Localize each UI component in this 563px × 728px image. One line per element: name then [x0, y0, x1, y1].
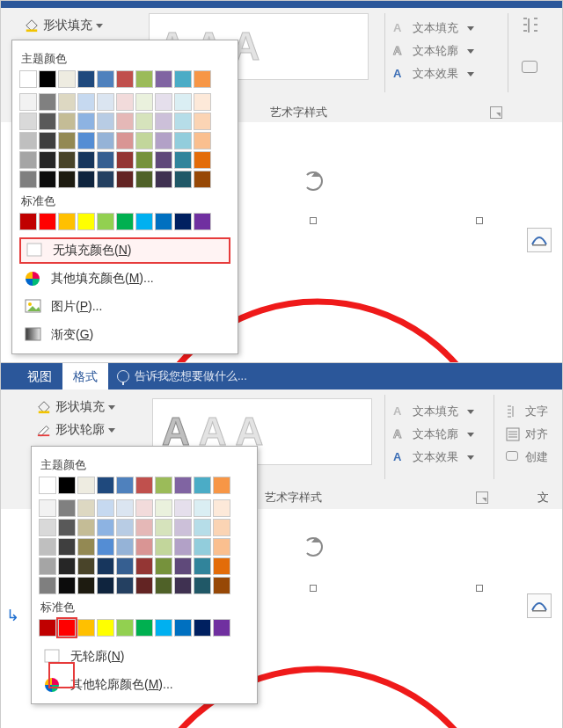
color-swatch[interactable]	[135, 70, 153, 88]
color-swatch[interactable]	[97, 171, 114, 188]
color-swatch[interactable]	[194, 538, 211, 556]
color-swatch[interactable]	[116, 93, 134, 111]
color-swatch[interactable]	[58, 151, 76, 169]
color-swatch[interactable]	[194, 132, 211, 149]
color-swatch[interactable]	[194, 151, 211, 169]
color-swatch[interactable]	[39, 132, 56, 149]
color-swatch[interactable]	[155, 557, 172, 575]
color-swatch[interactable]	[174, 477, 192, 494]
color-swatch[interactable]	[58, 132, 76, 149]
color-swatch[interactable]	[97, 557, 114, 575]
color-swatch[interactable]	[174, 538, 192, 556]
color-swatch[interactable]	[77, 538, 95, 556]
align-tools-icon[interactable]	[522, 17, 541, 36]
rotation-handle-icon[interactable]	[303, 171, 323, 191]
text-fill-button[interactable]: A文本填充	[393, 17, 474, 40]
color-swatch[interactable]	[116, 538, 134, 556]
tell-me-input[interactable]: 告诉我您想要做什么...	[108, 368, 247, 384]
color-swatch[interactable]	[116, 577, 134, 594]
color-swatch[interactable]	[194, 477, 211, 494]
color-swatch[interactable]	[116, 477, 134, 494]
color-swatch[interactable]	[194, 171, 211, 188]
color-swatch[interactable]	[77, 70, 95, 88]
color-swatch[interactable]	[58, 93, 76, 111]
color-swatch[interactable]	[97, 70, 114, 88]
no-outline-item[interactable]: 无轮廓(N)	[39, 644, 250, 670]
color-swatch[interactable]	[116, 499, 134, 517]
color-swatch[interactable]	[58, 171, 76, 188]
color-swatch[interactable]	[116, 70, 134, 88]
color-swatch[interactable]	[135, 538, 153, 556]
color-swatch[interactable]	[135, 113, 153, 130]
color-swatch[interactable]	[116, 619, 134, 637]
color-swatch[interactable]	[116, 557, 134, 575]
color-swatch[interactable]	[135, 132, 153, 149]
color-swatch[interactable]	[77, 577, 95, 594]
color-swatch[interactable]	[97, 113, 114, 130]
color-swatch[interactable]	[194, 70, 211, 88]
color-swatch[interactable]	[174, 151, 192, 169]
color-swatch[interactable]	[174, 519, 192, 536]
color-swatch[interactable]	[97, 151, 114, 169]
gradient-fill-item[interactable]: 渐变(G)	[19, 322, 230, 348]
color-swatch[interactable]	[39, 93, 56, 111]
color-swatch[interactable]	[58, 499, 76, 517]
text-effects-button[interactable]: A文本效果	[393, 62, 474, 85]
color-swatch[interactable]	[194, 519, 211, 536]
color-swatch[interactable]	[155, 538, 172, 556]
color-swatch[interactable]	[174, 113, 192, 130]
more-outline-colors-item[interactable]: 其他轮廓颜色(M)...	[39, 672, 250, 698]
color-swatch[interactable]	[135, 557, 153, 575]
color-swatch[interactable]	[97, 538, 114, 556]
create-link-button[interactable]: 创建	[506, 446, 548, 469]
color-swatch[interactable]	[97, 619, 114, 637]
color-swatch[interactable]	[19, 171, 37, 188]
color-swatch[interactable]	[213, 499, 230, 517]
link-icon[interactable]	[522, 61, 537, 76]
tab-view[interactable]: 视图	[17, 363, 62, 389]
text-effects-button[interactable]: A文本效果	[393, 446, 474, 469]
color-swatch[interactable]	[135, 477, 153, 494]
color-swatch[interactable]	[58, 477, 76, 494]
color-swatch[interactable]	[155, 70, 172, 88]
color-swatch[interactable]	[19, 132, 37, 149]
color-swatch[interactable]	[97, 577, 114, 594]
color-swatch[interactable]	[174, 619, 192, 637]
color-swatch[interactable]	[116, 151, 134, 169]
color-swatch[interactable]	[77, 477, 95, 494]
color-swatch[interactable]	[155, 151, 172, 169]
color-swatch[interactable]	[174, 132, 192, 149]
color-swatch[interactable]	[58, 113, 76, 130]
color-swatch[interactable]	[155, 499, 172, 517]
tab-format[interactable]: 格式	[62, 363, 108, 389]
color-swatch[interactable]	[194, 557, 211, 575]
color-swatch[interactable]	[135, 213, 153, 230]
color-swatch[interactable]	[194, 213, 211, 230]
color-swatch[interactable]	[39, 557, 56, 575]
text-outline-button[interactable]: A文本轮廓	[393, 40, 474, 62]
color-swatch[interactable]	[155, 171, 172, 188]
layout-options-button[interactable]	[527, 593, 552, 618]
color-swatch[interactable]	[194, 113, 211, 130]
color-swatch[interactable]	[135, 151, 153, 169]
color-swatch[interactable]	[77, 213, 95, 230]
color-swatch[interactable]	[39, 171, 56, 188]
color-swatch[interactable]	[39, 213, 56, 230]
text-outline-button[interactable]: A文本轮廓	[393, 423, 474, 446]
color-swatch[interactable]	[19, 113, 37, 130]
color-swatch[interactable]	[116, 519, 134, 536]
color-swatch[interactable]	[19, 151, 37, 169]
color-swatch[interactable]	[19, 213, 37, 230]
color-swatch[interactable]	[174, 93, 192, 111]
color-swatch[interactable]	[58, 538, 76, 556]
color-swatch[interactable]	[77, 499, 95, 517]
color-swatch[interactable]	[39, 113, 56, 130]
color-swatch[interactable]	[213, 477, 230, 494]
color-swatch[interactable]	[58, 213, 76, 230]
color-swatch[interactable]	[194, 577, 211, 594]
color-swatch[interactable]	[155, 519, 172, 536]
color-swatch[interactable]	[174, 557, 192, 575]
shape-fill-dropdown[interactable]: 形状填充	[31, 397, 121, 418]
color-swatch[interactable]	[213, 577, 230, 594]
dialog-launcher-icon[interactable]	[476, 491, 488, 504]
